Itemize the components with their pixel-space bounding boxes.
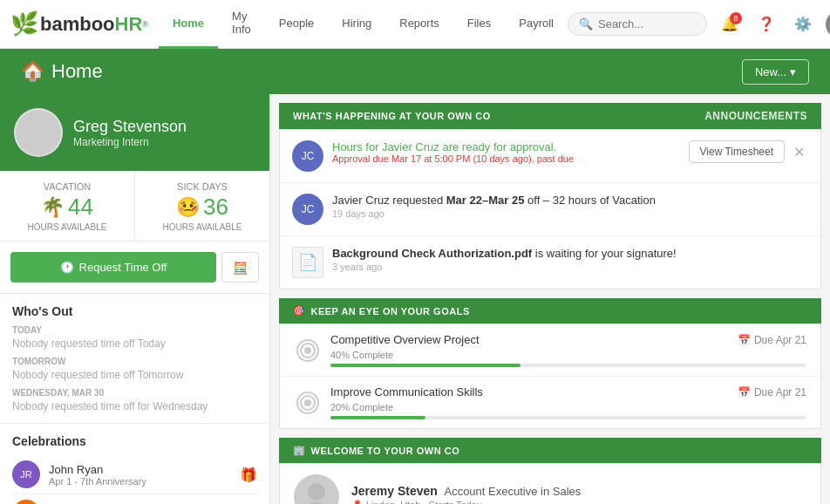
right-panel: WHAT'S HAPPENING AT YOUR OWN CO Announce… <box>270 94 830 504</box>
notif-vacation-content: Javier Cruz requested Mar 22–Mar 25 off … <box>332 194 808 219</box>
welcome-card: Jeremy Steven Account Executive in Sales… <box>279 463 821 504</box>
goal-detail-0: Competitive Overview Project 📅 Due Apr 2… <box>330 333 806 367</box>
progress-bar-0 <box>330 364 806 367</box>
tomorrow-label: TOMORROW <box>12 357 257 366</box>
vacation-count: 44 <box>68 194 93 221</box>
home-icon: 🏠 <box>21 60 44 83</box>
search-bar[interactable]: 🔍 <box>568 12 707 36</box>
celeb-avatar-1: DP <box>12 500 40 504</box>
document-icon-box: 📄 <box>292 247 323 278</box>
location-icon: 📍 <box>351 500 364 505</box>
profile-avatar[interactable] <box>14 108 63 157</box>
sick-icon: 🤒 <box>176 196 200 219</box>
nav-payroll[interactable]: Payroll <box>505 0 568 49</box>
page-title: 🏠 Home <box>21 60 103 83</box>
vacation-label: Vacation <box>7 181 127 192</box>
svg-point-6 <box>304 347 311 354</box>
welcome-icon: 🏢 <box>293 445 306 456</box>
notif-document-text: Background Check Authorization.pdf is wa… <box>332 247 808 260</box>
help-button[interactable]: ❓ <box>752 10 780 38</box>
timesheet-link[interactable]: Hours for Javier Cruz are ready for appr… <box>332 140 556 153</box>
svg-point-10 <box>308 483 325 501</box>
goal-row-1: Improve Communication Skills 📅 Due Apr 2… <box>294 385 806 419</box>
progress-fill-0 <box>330 364 520 367</box>
request-timeoff-button[interactable]: 🕐 Request Time Off <box>10 252 216 283</box>
welcome-title: Account Executive in Sales <box>444 485 581 498</box>
sick-label: Sick Days <box>142 181 262 192</box>
nav-home[interactable]: Home <box>159 0 218 49</box>
right-content: WHAT'S HAPPENING AT YOUR OWN CO Announce… <box>270 94 830 504</box>
welcome-header: 🏢 WELCOME TO YOUR OWN CO <box>279 438 821 463</box>
welcome-section: 🏢 WELCOME TO YOUR OWN CO Jeremy Steven A… <box>279 438 821 504</box>
nav-reports[interactable]: Reports <box>385 0 453 49</box>
gift-icon-0[interactable]: 🎁 <box>240 467 257 483</box>
celebration-item-1: DP Dom Pasque Apr 2 - 4th Anniversary 🎁 <box>12 494 257 504</box>
welcome-info: Jeremy Steven Account Executive in Sales… <box>351 484 581 505</box>
vacation-icon: 🌴 <box>41 196 65 219</box>
hours-row: Vacation 🌴 44 HOURS AVAILABLE Sick Days … <box>0 171 269 242</box>
goal-row-0: Competitive Overview Project 📅 Due Apr 2… <box>294 333 806 367</box>
search-input[interactable] <box>598 17 694 31</box>
whats-happening-header: WHAT'S HAPPENING AT YOUR OWN CO Announce… <box>279 103 821 129</box>
calculator-button[interactable]: 🧮 <box>221 252 259 283</box>
nav-hiring[interactable]: Hiring <box>328 0 385 49</box>
goal-header-1: Improve Communication Skills 📅 Due Apr 2… <box>330 385 806 398</box>
svg-point-3 <box>23 140 58 157</box>
whos-out-title: Who's Out <box>12 304 257 318</box>
left-panel: Greg Stevenson Marketing Intern Vacation… <box>0 94 270 504</box>
goal-detail-1: Improve Communication Skills 📅 Due Apr 2… <box>330 385 806 419</box>
nav-links: Home My Info People Hiring Reports Files… <box>159 0 568 48</box>
nav-people[interactable]: People <box>265 0 328 49</box>
welcome-location: 📍 Lindon, Utah · Starts Today <box>351 500 581 505</box>
profile-info: Greg Stevenson Marketing Intern <box>73 118 187 148</box>
notif-timesheet-actions: View Timesheet ✕ <box>689 140 809 163</box>
goal-due-1: 📅 Due Apr 21 <box>738 386 806 398</box>
celebrations-title: Celebrations <box>12 434 257 448</box>
goal-name-0: Competitive Overview Project <box>330 333 480 346</box>
javier-avatar-1: JC <box>292 140 323 172</box>
goals-header: 🎯 KEEP AN EYE ON YOUR GOALS <box>279 298 821 324</box>
announcements-link[interactable]: Announcements <box>704 110 807 122</box>
welcome-avatar <box>294 474 339 504</box>
navigation: 🌿 bambooHR® Home My Info People Hiring R… <box>0 0 830 49</box>
goal-item-1: Improve Communication Skills 📅 Due Apr 2… <box>280 377 820 428</box>
logo[interactable]: 🌿 bambooHR® <box>10 10 148 37</box>
goal-target-icon-1 <box>294 389 322 417</box>
wednesday-label: WEDNESDAY, MAR 30 <box>12 388 257 398</box>
calculator-icon: 🧮 <box>233 261 248 275</box>
whats-happening-section: WHAT'S HAPPENING AT YOUR OWN CO Announce… <box>279 103 821 289</box>
main-content: Greg Stevenson Marketing Intern Vacation… <box>0 94 830 504</box>
welcome-name: Jeremy Steven <box>351 484 438 498</box>
new-button[interactable]: New... ▾ <box>742 59 809 85</box>
profile-section: Greg Stevenson Marketing Intern <box>0 94 269 171</box>
chevron-down-icon: ▾ <box>790 65 796 78</box>
nav-files[interactable]: Files <box>453 0 505 49</box>
notifications-button[interactable]: 🔔 8 <box>716 10 744 38</box>
dismiss-timesheet-button[interactable]: ✕ <box>790 144 808 160</box>
goals-section: 🎯 KEEP AN EYE ON YOUR GOALS Competit <box>279 298 821 429</box>
celeb-info-0: John Ryan Apr 1 - 7th Anniversary <box>49 463 231 487</box>
welcome-item: Jeremy Steven Account Executive in Sales… <box>280 464 820 504</box>
goal-target-icon-0 <box>294 337 322 364</box>
celeb-avatar-0: JR <box>12 460 40 488</box>
notification-badge: 8 <box>730 12 742 24</box>
view-timesheet-button[interactable]: View Timesheet <box>689 140 786 163</box>
nav-right: 🔍 🔔 8 ❓ ⚙️ <box>568 10 830 38</box>
whos-out-section: Who's Out TODAY Nobody requested time of… <box>0 294 269 424</box>
tomorrow-text: Nobody requested time off Tomorrow <box>12 369 257 381</box>
search-icon: 🔍 <box>579 17 593 31</box>
celebration-item-0: JR John Ryan Apr 1 - 7th Anniversary 🎁 <box>12 455 257 494</box>
page-header: 🏠 Home New... ▾ <box>0 49 830 94</box>
settings-button[interactable]: ⚙️ <box>789 10 817 38</box>
javier-avatar-2: JC <box>292 194 323 225</box>
nav-myinfo[interactable]: My Info <box>218 0 265 49</box>
today-text: Nobody requested time off Today <box>12 337 257 350</box>
goals-icon: 🎯 <box>293 305 306 317</box>
celeb-name-0: John Ryan <box>49 463 231 476</box>
notif-vacation-text: Javier Cruz requested Mar 22–Mar 25 off … <box>332 194 808 207</box>
notif-document-content: Background Check Authorization.pdf is wa… <box>332 247 808 272</box>
svg-point-2 <box>30 119 51 140</box>
goals-card: Competitive Overview Project 📅 Due Apr 2… <box>279 324 821 429</box>
user-avatar[interactable] <box>826 10 830 38</box>
calendar-icon-0: 📅 <box>738 334 751 346</box>
